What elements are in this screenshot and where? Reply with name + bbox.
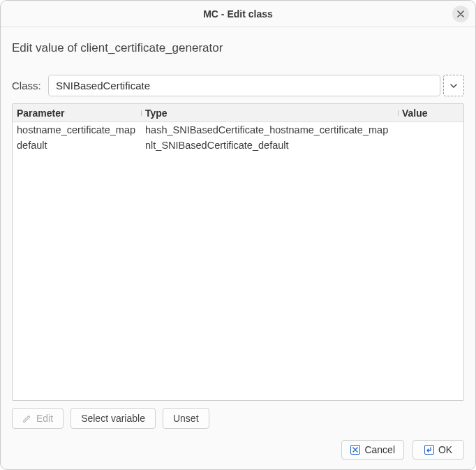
ok-label: OK <box>438 444 452 455</box>
unset-button-label: Unset <box>173 413 199 424</box>
ok-button[interactable]: OK <box>412 440 464 460</box>
th-parameter[interactable]: Parameter <box>13 108 141 119</box>
parameter-table: Parameter Type Value hostname_certificat… <box>12 103 464 401</box>
window-title: MC - Edit class <box>203 8 273 20</box>
table-header: Parameter Type Value <box>13 104 463 122</box>
table-body: hostname_certificate_map hash_SNIBasedCe… <box>13 122 463 400</box>
dialog-window: MC - Edit class Edit value of client_cer… <box>0 0 476 470</box>
class-row: Class: SNIBasedCertificate <box>12 75 464 96</box>
dialog-footer: Cancel OK <box>1 436 475 469</box>
select-variable-label: Select variable <box>81 413 145 424</box>
content-area: Edit value of client_certificate_generat… <box>1 27 475 436</box>
cell-parameter: default <box>13 140 141 151</box>
enter-icon <box>424 445 434 455</box>
unset-button[interactable]: Unset <box>163 408 209 429</box>
titlebar: MC - Edit class <box>1 1 475 27</box>
th-type[interactable]: Type <box>141 108 398 119</box>
cell-type: hash_SNIBasedCertificate_hostname_certif… <box>141 124 398 135</box>
page-title: Edit value of client_certificate_generat… <box>12 41 464 55</box>
class-input[interactable]: SNIBasedCertificate <box>48 75 440 96</box>
cell-type: nlt_SNIBasedCertificate_default <box>141 140 398 151</box>
edit-button[interactable]: Edit <box>12 408 64 429</box>
cancel-label: Cancel <box>364 444 395 455</box>
th-value[interactable]: Value <box>398 108 463 119</box>
table-row[interactable]: default nlt_SNIBasedCertificate_default <box>13 138 463 153</box>
class-label: Class: <box>12 80 43 91</box>
class-select: SNIBasedCertificate <box>48 75 464 96</box>
close-icon <box>457 10 464 17</box>
table-row[interactable]: hostname_certificate_map hash_SNIBasedCe… <box>13 122 463 138</box>
cell-parameter: hostname_certificate_map <box>13 124 141 135</box>
select-variable-button[interactable]: Select variable <box>70 408 156 429</box>
chevron-down-icon <box>449 82 458 90</box>
edit-button-label: Edit <box>36 413 53 424</box>
cancel-button[interactable]: Cancel <box>341 440 404 460</box>
action-row: Edit Select variable Unset <box>12 408 464 429</box>
close-button[interactable] <box>452 6 469 22</box>
class-dropdown-button[interactable] <box>443 75 464 96</box>
cancel-icon <box>350 445 360 455</box>
pencil-icon <box>22 413 32 423</box>
